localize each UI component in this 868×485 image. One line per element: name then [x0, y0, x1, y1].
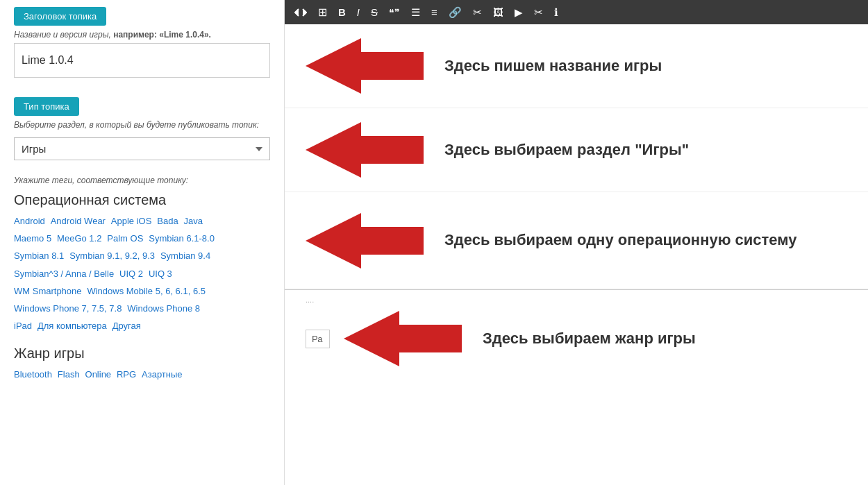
- instruction-text-select-os: Здесь выбираем одну операционную систему: [444, 230, 797, 250]
- right-panel: ⊞ B I S ❝❞ ☰ ≡ 🔗 ✂ 🖼 ▶ ✂ ℹ Здесь пишем н…: [285, 0, 868, 485]
- svg-marker-3: [344, 311, 462, 366]
- svg-marker-1: [306, 122, 424, 178]
- tag-symbian3[interactable]: Symbian^3 / Anna / Belle: [14, 269, 114, 279]
- instruction-text-game-name: Здесь пишем название игры: [444, 56, 662, 76]
- instruction-text-select-genre: Здесь выбираем жанр игры: [483, 329, 696, 349]
- tag-symbian61[interactable]: Symbian 6.1-8.0: [149, 233, 215, 244]
- instruction-row-game-name: Здесь пишем название игры: [285, 24, 868, 108]
- toolbar-link[interactable]: 🔗: [444, 4, 466, 21]
- tag-online[interactable]: Online: [85, 369, 112, 380]
- os-tags-list: Android Android Wear Apple iOS Bada Java…: [14, 212, 270, 334]
- toolbar-bold[interactable]: B: [334, 4, 350, 20]
- arrow-select-section: [306, 122, 424, 178]
- toolbar-scissors[interactable]: ✂: [469, 4, 486, 21]
- os-category-title: Операционная система: [14, 192, 270, 208]
- tag-wm-smartphone[interactable]: WM Smartphone: [14, 286, 82, 296]
- left-panel: Заголовок топика Название и версия игры,…: [0, 0, 285, 485]
- tag-uiq3[interactable]: UIQ 3: [149, 269, 172, 279]
- tag-android[interactable]: Android: [14, 216, 45, 226]
- title-hint: Название и версия игры, например: «Lime …: [14, 30, 270, 40]
- arrow-select-genre: [344, 311, 462, 366]
- tag-ipad[interactable]: iPad: [14, 321, 32, 331]
- content-area: Здесь пишем название игры Здесь выбираем…: [285, 24, 868, 485]
- toolbar-list-ordered[interactable]: ☰: [407, 4, 424, 21]
- toolbar-image[interactable]: 🖼: [489, 4, 508, 20]
- genre-tags-list: Bluetooth Flash Online RPG Азартные: [14, 366, 270, 383]
- tag-pc[interactable]: Для компьютера: [37, 321, 107, 331]
- genre-instruction-row: Здесь выбираем жанр игры: [306, 305, 847, 372]
- tag-palm[interactable]: Palm OS: [107, 233, 143, 244]
- tag-maemo5[interactable]: Maemo 5: [14, 233, 51, 244]
- tag-symbian91[interactable]: Symbian 9.1, 9.2, 9.3: [69, 250, 155, 261]
- toolbar-italic[interactable]: I: [353, 4, 364, 20]
- svg-marker-0: [306, 38, 424, 94]
- section-hint: Выберите раздел, в который вы будете пуб…: [14, 120, 270, 130]
- instruction-row-select-os: Здесь выбираем одну операционную систему: [285, 192, 868, 289]
- tag-wp7[interactable]: Windows Phone 7, 7.5, 7.8: [14, 303, 122, 314]
- arrow-select-os: [306, 213, 424, 269]
- tag-rpg[interactable]: RPG: [117, 369, 136, 380]
- tag-gambling[interactable]: Азартные: [142, 369, 183, 380]
- tag-meego[interactable]: MeeGo 1.2: [57, 233, 101, 244]
- topic-type-button[interactable]: Тип топика: [14, 97, 79, 116]
- toolbar-table[interactable]: ⊞: [314, 3, 331, 21]
- tags-hint: Укажите теги, соответствующие топику:: [14, 176, 270, 185]
- tag-wp8[interactable]: Windows Phone 8: [127, 303, 200, 314]
- tag-android-wear[interactable]: Android Wear: [51, 216, 106, 226]
- instruction-row-select-section: Здесь выбираем раздел "Игры": [285, 108, 868, 192]
- section-select[interactable]: Игры Приложения Новости Другое: [14, 137, 270, 160]
- tag-windows-mobile[interactable]: Windows Mobile 5, 6, 6.1, 6.5: [87, 286, 206, 296]
- title-input[interactable]: [14, 43, 270, 78]
- tag-other-os[interactable]: Другая: [112, 321, 141, 331]
- toolbar-list-unordered[interactable]: ≡: [427, 4, 442, 20]
- toolbar-code[interactable]: [290, 6, 311, 19]
- dots-label: ....: [306, 296, 847, 304]
- toolbar-strike[interactable]: S: [367, 4, 382, 20]
- tag-java[interactable]: Java: [184, 216, 203, 226]
- arrow-game-name: [306, 38, 424, 94]
- genre-category-title: Жанр игры: [14, 346, 270, 361]
- tag-bluetooth[interactable]: Bluetooth: [14, 369, 52, 380]
- toolbar-play[interactable]: ▶: [510, 4, 527, 21]
- bottom-area: .... Здесь выбираем жанр игры: [285, 289, 868, 372]
- topic-header-button[interactable]: Заголовок топика: [14, 7, 106, 26]
- genre-input[interactable]: [306, 330, 330, 348]
- tag-uiq2[interactable]: UIQ 2: [119, 269, 143, 279]
- toolbar-quote[interactable]: ❝❞: [385, 5, 404, 20]
- editor-toolbar: ⊞ B I S ❝❞ ☰ ≡ 🔗 ✂ 🖼 ▶ ✂ ℹ: [285, 0, 868, 24]
- tag-flash[interactable]: Flash: [58, 369, 80, 380]
- tag-symbian94[interactable]: Symbian 9.4: [160, 250, 210, 261]
- tag-symbian81[interactable]: Symbian 8.1: [14, 250, 64, 261]
- tag-apple-ios[interactable]: Apple iOS: [111, 216, 152, 226]
- toolbar-info[interactable]: ℹ: [550, 4, 562, 21]
- svg-marker-2: [306, 213, 424, 269]
- tag-bada[interactable]: Bada: [157, 216, 178, 226]
- instruction-text-select-section: Здесь выбираем раздел "Игры": [444, 140, 689, 160]
- toolbar-cut[interactable]: ✂: [530, 4, 547, 21]
